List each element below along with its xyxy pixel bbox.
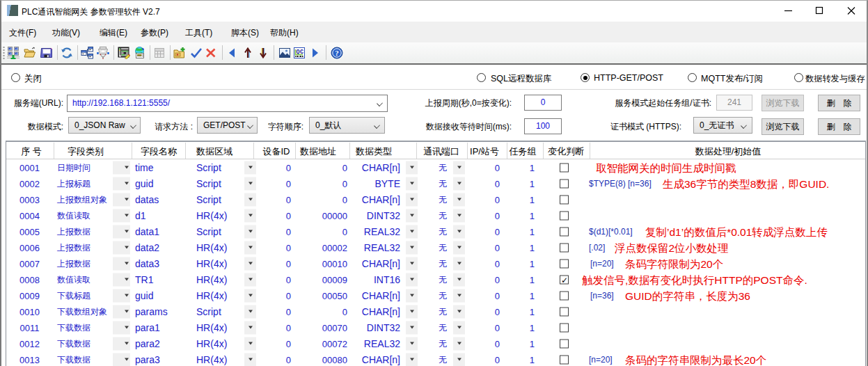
svg-text:?: ? <box>335 49 339 57</box>
